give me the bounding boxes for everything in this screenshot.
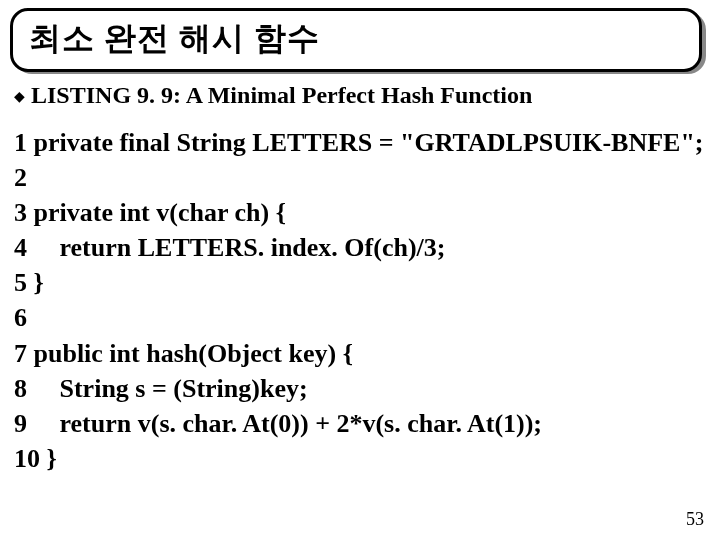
code-line: 3 private int v(char ch) { — [14, 195, 702, 230]
code-line: 6 — [14, 300, 702, 335]
content-area: ◆ LISTING 9. 9: A Minimal Perfect Hash F… — [14, 82, 702, 476]
code-line: 8 String s = (String)key; — [14, 371, 702, 406]
code-block: 1 private final String LETTERS = "GRTADL… — [14, 125, 702, 476]
code-line: 1 private final String LETTERS = "GRTADL… — [14, 125, 702, 160]
listing-label: LISTING 9. 9: A Minimal Perfect Hash Fun… — [31, 82, 532, 109]
slide-title: 최소 완전 해시 함수 — [29, 17, 683, 61]
code-line: 7 public int hash(Object key) { — [14, 336, 702, 371]
code-line: 4 return LETTERS. index. Of(ch)/3; — [14, 230, 702, 265]
code-line: 5 } — [14, 265, 702, 300]
code-line: 10 } — [14, 441, 702, 476]
page-number: 53 — [686, 509, 704, 530]
code-line: 2 — [14, 160, 702, 195]
title-box: 최소 완전 해시 함수 — [10, 8, 702, 72]
bullet-icon: ◆ — [14, 85, 25, 109]
listing-heading: ◆ LISTING 9. 9: A Minimal Perfect Hash F… — [14, 82, 702, 111]
code-line: 9 return v(s. char. At(0)) + 2*v(s. char… — [14, 406, 702, 441]
